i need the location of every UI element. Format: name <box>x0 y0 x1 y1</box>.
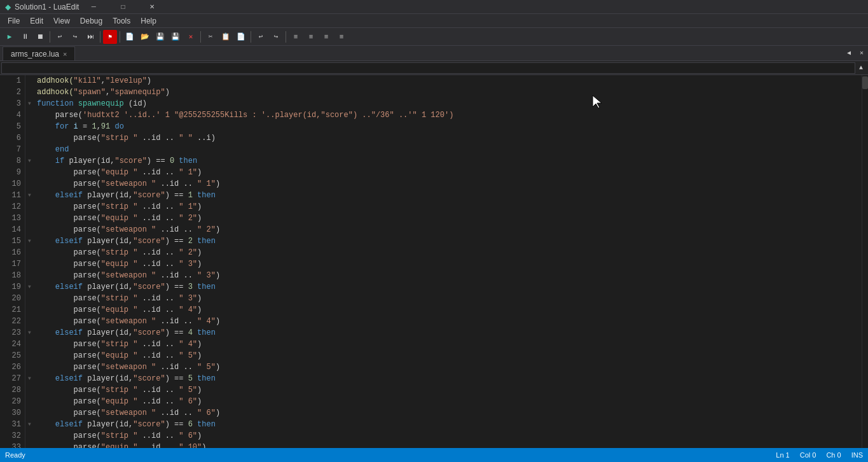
code-token: "setweapon " <box>101 316 156 327</box>
code-token: "strip " <box>101 247 138 258</box>
code-token: ..id .. <box>137 167 179 178</box>
tab-close-icon[interactable]: × <box>63 50 67 58</box>
code-token: 3 <box>188 281 193 293</box>
save-all-button[interactable]: 💾 <box>169 30 183 44</box>
code-token: parse( <box>37 396 101 407</box>
undo-button[interactable]: ↩ <box>254 30 268 44</box>
line-number: 8 <box>0 155 25 167</box>
code-token: "strip " <box>101 132 138 144</box>
fold-toggle-icon[interactable]: ▼ <box>28 419 37 430</box>
line-number: 13 <box>0 213 25 224</box>
indent-button[interactable]: ≡ <box>289 30 303 44</box>
fold-toggle-icon[interactable]: ▼ <box>28 155 37 167</box>
tab-scroll-left[interactable]: ◀ <box>843 45 855 60</box>
code-token: ) <box>197 430 202 442</box>
code-token: "setweapon " <box>101 407 156 419</box>
code-token: ..id .. <box>137 132 179 144</box>
code-token: , <box>101 75 106 87</box>
code-token: function <box>37 98 78 109</box>
code-token: 4 <box>188 327 193 339</box>
code-token: parse( <box>37 407 101 419</box>
fold-toggle-icon[interactable]: ▼ <box>28 235 37 247</box>
stop-button[interactable]: ⏹ <box>33 30 47 44</box>
right-scrollbar[interactable] <box>862 75 868 448</box>
menu-file[interactable]: File <box>3 14 25 28</box>
close-file-button[interactable]: ✕ <box>184 30 198 44</box>
code-token: ..i) <box>193 132 216 144</box>
code-token: ..id .. <box>137 350 179 361</box>
code-token: parse( <box>37 258 101 270</box>
fold-toggle-icon[interactable]: ▼ <box>28 327 37 339</box>
fold-toggle-icon[interactable]: ▼ <box>28 281 37 293</box>
code-token: 0 <box>170 155 174 167</box>
menu-edit[interactable]: Edit <box>25 14 48 28</box>
fold-toggle-icon[interactable]: ▼ <box>28 190 37 201</box>
code-token: elseif <box>37 373 87 384</box>
code-token: parse( <box>37 132 101 144</box>
tab-arms-race[interactable]: arms_race.lua × <box>3 46 75 60</box>
code-line: ▼ elseif player(id,"score") == 6 then <box>25 419 862 430</box>
menu-view[interactable]: View <box>48 14 75 28</box>
code-token: ) <box>197 247 202 258</box>
menu-help[interactable]: Help <box>135 14 162 28</box>
code-token: 91 <box>101 121 110 132</box>
code-line: end <box>25 144 862 155</box>
code-token: " 10" <box>179 442 202 448</box>
code-token: "setweapon " <box>101 224 156 235</box>
search-input[interactable] <box>1 62 855 74</box>
pause-button[interactable]: ⏸ <box>18 30 32 44</box>
line-number: 17 <box>0 258 25 270</box>
code-line: parse("setweapon " ..id .. " 2") <box>25 224 862 235</box>
cut-button[interactable]: ✂ <box>203 30 217 44</box>
code-token: "equip " <box>101 213 138 224</box>
step-into-button[interactable]: ↩ <box>53 30 67 44</box>
fold-toggle-icon[interactable]: ▼ <box>28 373 37 384</box>
copy-button[interactable]: 📋 <box>219 30 233 44</box>
debug-special-button[interactable]: ⚑ <box>103 30 117 44</box>
paste-button[interactable]: 📄 <box>234 30 248 44</box>
run-button[interactable]: ▶ <box>3 30 17 44</box>
code-line: ▼ elseif player(id,"score") == 1 then <box>25 190 862 201</box>
code-token: parse( <box>37 167 101 178</box>
code-token: "strip " <box>101 430 138 442</box>
code-line: parse("setweapon " ..id .. " 5") <box>25 361 862 373</box>
new-button[interactable]: 📄 <box>123 30 137 44</box>
line-number: 14 <box>0 224 25 235</box>
editor-container: 1234567891011121314151617181920212223242… <box>0 75 868 448</box>
step-over-button[interactable]: ↪ <box>68 30 82 44</box>
separator-6 <box>286 31 286 43</box>
maximize-button[interactable]: □ <box>108 0 137 14</box>
code-line: parse("equip " ..id .. " 4") <box>25 304 862 316</box>
save-button[interactable]: 💾 <box>153 30 167 44</box>
code-token: ) <box>197 339 202 350</box>
code-token: " 6" <box>179 396 197 407</box>
code-token: i <box>74 121 78 132</box>
line-number: 18 <box>0 270 25 281</box>
code-token: parse( <box>37 201 101 213</box>
code-line: ▼ elseif player(id,"score") == 3 then <box>25 281 862 293</box>
line-number: 6 <box>0 132 25 144</box>
code-line: for i = 1,91 do <box>25 121 862 132</box>
minimize-button[interactable]: ─ <box>79 0 108 14</box>
close-button[interactable]: ✕ <box>137 0 167 14</box>
code-token: player(id, <box>87 190 133 201</box>
outdent-button[interactable]: ≡ <box>304 30 318 44</box>
code-token: addhook( <box>37 87 74 98</box>
fold-toggle-icon[interactable]: ▼ <box>28 98 37 109</box>
code-token: ) <box>197 384 202 396</box>
step-out-button[interactable]: ⏭ <box>83 30 97 44</box>
redo-button[interactable]: ↪ <box>269 30 283 44</box>
code-token: (id) <box>124 98 147 109</box>
code-line: ▼function spawnequip (id) <box>25 98 862 109</box>
search-up-arrow[interactable]: ▲ <box>855 62 867 74</box>
unfold-button[interactable]: ≡ <box>334 30 348 44</box>
fold-button[interactable]: ≡ <box>319 30 333 44</box>
menu-tools[interactable]: Tools <box>107 14 135 28</box>
code-area[interactable]: addhook("kill","levelup")addhook("spawn"… <box>25 75 862 448</box>
open-button[interactable]: 📂 <box>138 30 152 44</box>
code-token: "setweapon " <box>101 361 156 373</box>
code-token: , <box>106 87 110 98</box>
separator-3 <box>120 31 120 43</box>
menu-debug[interactable]: Debug <box>75 14 107 28</box>
tab-close-all[interactable]: ✕ <box>855 45 868 60</box>
